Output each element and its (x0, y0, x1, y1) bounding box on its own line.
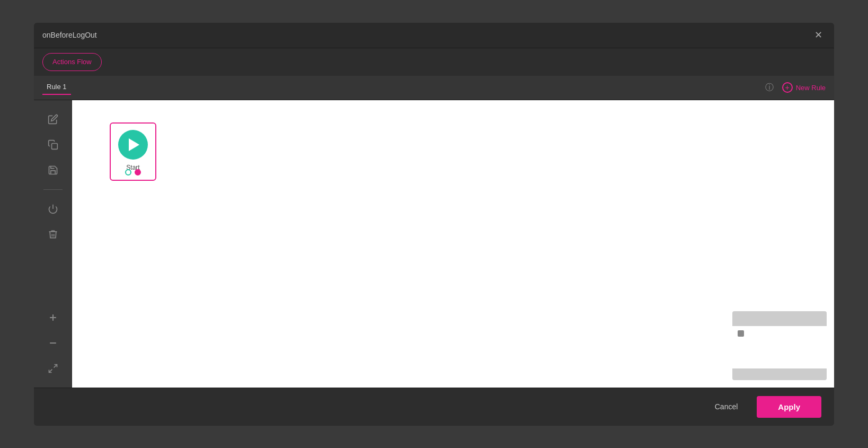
svg-line-6 (49, 369, 52, 372)
minimap (732, 311, 827, 380)
node-connectors (125, 169, 141, 175)
rule-tabs-bar: Rule 1 ⓘ + New Rule (34, 76, 834, 100)
new-rule-button[interactable]: + New Rule (782, 82, 826, 93)
sidebar-tools-bottom (42, 307, 64, 379)
new-rule-label: New Rule (796, 84, 826, 92)
minimap-node (738, 330, 744, 337)
minimap-top (732, 311, 827, 326)
copy-tool-icon[interactable] (42, 134, 64, 155)
canvas-area[interactable]: Start (72, 100, 834, 388)
sidebar-divider (43, 189, 63, 190)
svg-line-5 (54, 364, 57, 367)
close-icon: ✕ (814, 29, 822, 41)
start-node[interactable]: Start (109, 122, 157, 181)
fit-screen-icon[interactable] (42, 358, 64, 379)
start-node-box[interactable]: Start (110, 122, 156, 181)
rule-tab-actions: ⓘ + New Rule (765, 82, 826, 93)
rule-tab-1[interactable]: Rule 1 (42, 81, 71, 95)
power-tool-icon[interactable] (42, 198, 64, 219)
save-tool-icon[interactable] (42, 160, 64, 181)
tab-actions-flow[interactable]: Actions Flow (42, 53, 102, 71)
modal-title: onBeforeLogOut (42, 31, 811, 39)
play-icon (129, 138, 139, 151)
connector-add-icon[interactable] (135, 169, 141, 175)
zoom-out-icon[interactable] (42, 332, 64, 354)
sidebar-tools-top (42, 109, 64, 303)
close-button[interactable]: ✕ (811, 28, 826, 42)
info-icon[interactable]: ⓘ (765, 82, 774, 93)
sidebar (34, 100, 72, 388)
plus-circle-icon: + (782, 82, 793, 93)
bottom-bar: Cancel Apply (34, 388, 834, 426)
title-bar: onBeforeLogOut ✕ (34, 23, 834, 48)
minimap-canvas (732, 326, 827, 368)
minimap-bottom (732, 368, 827, 380)
zoom-in-icon[interactable] (42, 307, 64, 328)
tabs-bar: Actions Flow (34, 48, 834, 76)
apply-button[interactable]: Apply (757, 396, 821, 418)
connector-output-icon[interactable] (125, 169, 131, 175)
cancel-button[interactable]: Cancel (704, 397, 749, 416)
trash-tool-icon[interactable] (42, 224, 64, 245)
start-circle (118, 130, 148, 160)
main-content: Start (34, 100, 834, 388)
svg-rect-0 (51, 143, 57, 149)
modal-window: onBeforeLogOut ✕ Actions Flow Rule 1 ⓘ +… (34, 23, 834, 426)
pencil-tool-icon[interactable] (42, 109, 64, 130)
